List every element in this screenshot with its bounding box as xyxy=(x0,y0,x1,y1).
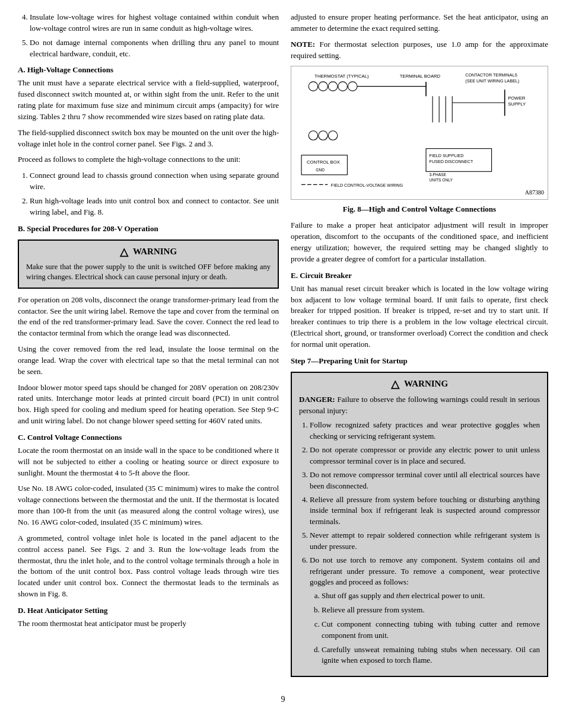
note-label: NOTE: xyxy=(291,40,315,49)
svg-text:THERMOSTAT (TYPICAL): THERMOSTAT (TYPICAL) xyxy=(314,74,369,79)
step7-heading: Step 7—Preparing Unit for Startup xyxy=(291,356,548,366)
danger-content: Failure to observe the following warning… xyxy=(299,395,540,415)
warning-box-b: △ WARNING Make sure that the power suppl… xyxy=(18,240,279,289)
svg-text:(SEE UNIT WIRING LABEL): (SEE UNIT WIRING LABEL) xyxy=(465,79,519,84)
svg-text:CONTROL BOX: CONTROL BOX xyxy=(307,159,340,165)
warning-box-step7: △ WARNING DANGER: Failure to observe the… xyxy=(291,372,548,678)
sub-items-list: Shut off gas supply and then electrical … xyxy=(322,590,540,666)
section-d-heading: D. Heat Anticipator Setting xyxy=(18,606,279,615)
warning-triangle-b: △ xyxy=(120,245,128,258)
svg-text:FIELD SUPPLIED: FIELD SUPPLIED xyxy=(430,154,464,158)
fig-caption: Fig. 8—High and Control Voltage Connecti… xyxy=(291,205,548,214)
warning-label-step7: WARNING xyxy=(404,379,448,389)
warning-triangle-step7: △ xyxy=(391,378,399,391)
intro-continued: adjusted to ensure proper heating perfor… xyxy=(291,12,548,34)
diagram-container: THERMOSTAT (TYPICAL) TERMINAL BOARD CONT… xyxy=(291,66,548,200)
svg-text:CONTACTOR TERMINALS: CONTACTOR TERMINALS xyxy=(465,73,517,78)
section-a-step-2: Run high-voltage leads into unit control… xyxy=(30,196,279,218)
warning-item-5: Never attempt to repair soldered connect… xyxy=(310,530,540,553)
warning-item-6: Do not use torch to remove any component… xyxy=(310,555,540,667)
svg-point-1 xyxy=(309,82,317,91)
right-column: adjusted to ensure proper heating perfor… xyxy=(291,12,548,683)
section-a-steps: Connect ground lead to chassis ground co… xyxy=(30,170,279,218)
section-a-step-1: Connect ground lead to chassis ground co… xyxy=(30,170,279,193)
sub-item-c: Cut component connecting tubing with tub… xyxy=(322,619,540,641)
section-e-para: Unit has manual reset circuit breaker wh… xyxy=(291,283,548,350)
svg-point-21 xyxy=(328,131,337,140)
sub-item-d: Carefully unsweat remaining tubing stubs… xyxy=(322,644,540,667)
section-b-para-1: For operation on 208 volts, disconnect t… xyxy=(18,295,279,339)
svg-point-3 xyxy=(328,82,337,91)
svg-text:GND: GND xyxy=(316,168,325,173)
svg-text:TERMINAL BOARD: TERMINAL BOARD xyxy=(400,74,441,79)
svg-text:POWER: POWER xyxy=(508,95,526,101)
fig-id: A87380 xyxy=(295,189,544,196)
warning-body-b: Make sure that the power supply to the u… xyxy=(26,262,271,283)
warning-title-step7: △ WARNING xyxy=(299,378,540,391)
svg-text:SUPPLY: SUPPLY xyxy=(508,101,526,107)
section-c-heading: C. Control Voltage Connections xyxy=(18,433,279,442)
section-c-para-1: Locate the room thermostat on an inside … xyxy=(18,445,279,479)
svg-text:UNITS ONLY: UNITS ONLY xyxy=(430,178,453,182)
section-e-heading: E. Circuit Breaker xyxy=(291,271,548,280)
section-d-para: The room thermostat heat anticipator mus… xyxy=(18,618,279,630)
section-a-para-2: The field-supplied disconnect switch box… xyxy=(18,127,279,150)
left-column: Insulate low-voltage wires for highest v… xyxy=(18,12,279,683)
note-text: NOTE: For thermostat selection purposes,… xyxy=(291,39,548,62)
warning-items: Follow recognized safety practices and w… xyxy=(310,420,540,666)
svg-point-4 xyxy=(338,82,347,91)
page-number: 9 xyxy=(18,695,548,704)
note-content: For thermostat selection purposes, use 1… xyxy=(291,40,548,60)
svg-text:3-PHASE: 3-PHASE xyxy=(430,173,447,177)
section-b-para-2: Using the cover removed from the red lea… xyxy=(18,344,279,378)
section-b-heading: B. Special Procedures for 208-V Operatio… xyxy=(18,224,279,234)
svg-text:FIELD CONTROL-VOLTAGE WIRING: FIELD CONTROL-VOLTAGE WIRING xyxy=(331,183,403,188)
svg-point-2 xyxy=(319,82,327,91)
warning-item-2: Do not operate compressor or provide any… xyxy=(310,445,540,467)
warning-item-4: Relieve all pressure from system before … xyxy=(310,494,540,528)
warning-title-b: △ WARNING xyxy=(26,245,271,258)
wiring-diagram: THERMOSTAT (TYPICAL) TERMINAL BOARD CONT… xyxy=(295,70,544,188)
intro-item-5: Do not damage internal components when d… xyxy=(30,37,279,60)
section-c-para-2: Use No. 18 AWG color-coded, insulated (3… xyxy=(18,483,279,528)
intro-item-4: Insulate low-voltage wires for highest v… xyxy=(30,12,279,34)
danger-text: DANGER: Failure to observe the following… xyxy=(299,394,540,417)
section-a-para-3: Proceed as follows to complete the high-… xyxy=(18,154,279,165)
sub-item-b: Relieve all pressure from system. xyxy=(322,605,540,616)
intro-list: Insulate low-voltage wires for highest v… xyxy=(30,12,279,59)
warning-label-b: WARNING xyxy=(133,247,177,257)
svg-text:FUSED DISCONNECT: FUSED DISCONNECT xyxy=(430,159,473,164)
svg-point-19 xyxy=(309,131,317,140)
svg-point-20 xyxy=(319,131,327,140)
section-c-para-3: A grommeted, control voltage inlet hole … xyxy=(18,533,279,600)
warning-item-1: Follow recognized safety practices and w… xyxy=(310,420,540,442)
warning-item-3: Do not remove compressor terminal cover … xyxy=(310,470,540,492)
section-a-para-1: The unit must have a separate electrical… xyxy=(18,78,279,122)
svg-point-5 xyxy=(348,82,357,91)
danger-label: DANGER: xyxy=(299,395,335,404)
then-italic: then xyxy=(396,591,409,600)
sub-item-a: Shut off gas supply and then electrical … xyxy=(322,590,540,602)
failure-para: Failure to make a proper heat anticipato… xyxy=(291,220,548,264)
section-a-heading: A. High-Voltage Connections xyxy=(18,65,279,75)
section-b-para-3: Indoor blower motor speed taps should be… xyxy=(18,382,279,427)
